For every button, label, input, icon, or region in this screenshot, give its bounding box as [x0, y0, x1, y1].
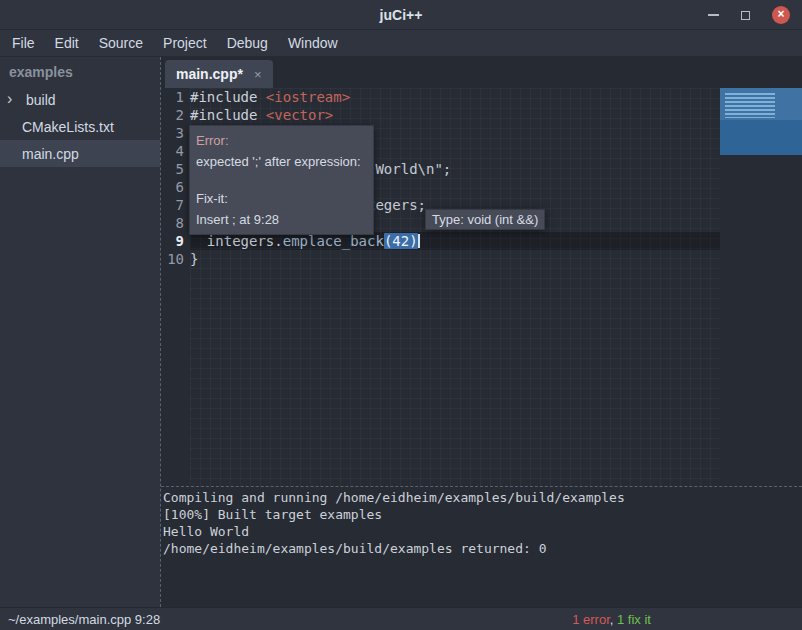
menu-item-file[interactable]: File — [2, 31, 45, 55]
file-label: main.cpp — [22, 146, 79, 162]
menu-item-debug[interactable]: Debug — [217, 31, 278, 55]
chevron-right-icon: › — [7, 90, 12, 108]
output-line: Hello World — [163, 523, 802, 540]
tab-close-icon[interactable]: × — [254, 67, 262, 82]
line-number: 2 — [161, 106, 190, 124]
line-number-gutter: 12345678910 — [161, 88, 190, 486]
code-line[interactable]: #include <iostream> — [190, 88, 720, 106]
tooltip-row: Insert ; at 9:28 — [196, 209, 367, 230]
editor-area[interactable]: 12345678910 #include <iostream>#include … — [161, 88, 802, 486]
tooltip-row: Error: — [196, 130, 367, 151]
menu-item-source[interactable]: Source — [89, 31, 153, 55]
sidebar-item-main-cpp[interactable]: main.cpp — [0, 140, 160, 167]
window-title: juCi++ — [0, 0, 802, 30]
status-bar: ~/examples/main.cpp 9:28 1 error, 1 fix … — [0, 607, 802, 630]
window-controls: × — [708, 0, 790, 30]
menu-item-project[interactable]: Project — [153, 31, 217, 55]
sidebar-item-build[interactable]: ›build — [0, 86, 160, 113]
code-segment: <iostream> — [266, 89, 350, 105]
line-number: 9 — [161, 232, 190, 250]
code-line[interactable]: #include <vector> — [190, 106, 720, 124]
close-icon[interactable]: × — [772, 6, 790, 24]
code-segment: #include — [190, 107, 266, 123]
juci-window: juCi++ × FileEditSourceProjectDebugWindo… — [0, 0, 802, 630]
text-cursor — [418, 234, 420, 248]
output-line: [100%] Built target examples — [163, 506, 802, 523]
tab-main-cpp[interactable]: main.cpp* × — [165, 60, 273, 88]
menu-item-window[interactable]: Window — [278, 31, 348, 55]
tooltip-row: expected ';' after expression: — [196, 151, 367, 172]
status-fixit-count: 1 fix it — [617, 612, 651, 627]
overview-map[interactable] — [720, 88, 802, 155]
code-segment: <vector> — [266, 107, 333, 123]
status-file-path: ~/examples/main.cpp 9:28 — [8, 608, 160, 630]
line-number: 10 — [161, 250, 190, 268]
file-label: build — [26, 92, 56, 108]
maximize-icon[interactable] — [741, 11, 750, 20]
line-number: 4 — [161, 142, 190, 160]
minimize-icon[interactable] — [708, 14, 719, 16]
sidebar-item-cmakelists-txt[interactable]: CMakeLists.txt — [0, 113, 160, 140]
output-line: /home/eidheim/examples/build/examples re… — [163, 540, 802, 557]
file-label: CMakeLists.txt — [22, 119, 114, 135]
line-number: 5 — [161, 160, 190, 178]
menu-item-edit[interactable]: Edit — [45, 31, 89, 55]
diagnostic-tooltip: Error:expected ';' after expression:Fix-… — [189, 125, 374, 235]
title-bar[interactable]: juCi++ × — [0, 0, 802, 30]
tooltip-row: Fix-it: — [196, 188, 367, 209]
project-name-label: examples — [0, 57, 160, 86]
file-tree: ›buildCMakeLists.txtmain.cpp — [0, 86, 160, 167]
code-segment: (42) — [384, 233, 418, 249]
code-segment: integers. — [190, 233, 283, 249]
code-line[interactable]: } — [190, 250, 720, 268]
overview-column — [720, 88, 802, 486]
editor-pane: main.cpp* × 12345678910 #include <iostre… — [160, 57, 802, 607]
menu-bar: FileEditSourceProjectDebugWindow — [0, 30, 802, 57]
code-segment: } — [190, 251, 198, 267]
code-segment: emplace_back — [283, 233, 384, 249]
line-number: 8 — [161, 214, 190, 232]
type-tooltip: Type: void (int &&) — [425, 209, 545, 230]
tab-bar: main.cpp* × — [161, 57, 802, 88]
output-panel[interactable]: Compiling and running /home/eidheim/exam… — [161, 486, 802, 607]
tooltip-row — [196, 172, 367, 188]
code-segment: #include — [190, 89, 266, 105]
line-number: 6 — [161, 178, 190, 196]
line-number: 1 — [161, 88, 190, 106]
sidebar: examples ›buildCMakeLists.txtmain.cpp — [0, 57, 160, 607]
overview-code-lines — [725, 93, 775, 118]
tab-label: main.cpp* — [176, 66, 243, 82]
status-separator: , — [610, 612, 617, 627]
status-diagnostics: 1 error, 1 fix it — [572, 608, 651, 630]
line-number: 3 — [161, 124, 190, 142]
line-number: 7 — [161, 196, 190, 214]
output-line: Compiling and running /home/eidheim/exam… — [163, 489, 802, 506]
status-error-count: 1 error — [572, 612, 610, 627]
